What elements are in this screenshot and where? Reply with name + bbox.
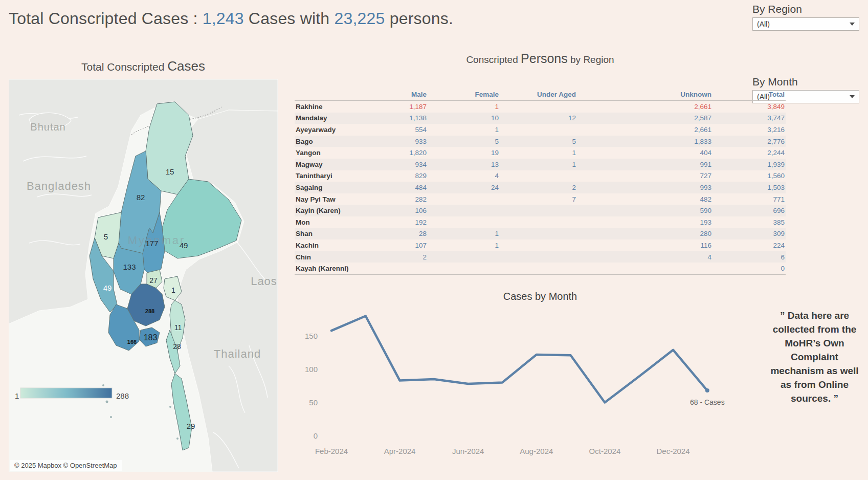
table-row[interactable]: Kayin (Karen)106590696: [295, 205, 786, 216]
row-region-label[interactable]: Ayeyarwady: [295, 126, 384, 134]
row-value-total: 385: [713, 219, 786, 226]
row-value-female: 1: [428, 126, 500, 134]
row-value-unknown: 482: [577, 195, 713, 203]
column-header-unknown[interactable]: Unknown: [577, 91, 713, 98]
row-region-label[interactable]: Shan: [295, 230, 384, 237]
column-header-male[interactable]: Male: [384, 91, 428, 98]
row-value-female: 10: [428, 114, 500, 122]
row-region-label[interactable]: Nay Pyi Taw: [295, 195, 384, 203]
row-value-unknown: 404: [577, 149, 713, 157]
table-row[interactable]: Kachin1071116224: [295, 239, 786, 251]
row-value-total: 3,747: [713, 114, 786, 122]
table-row[interactable]: Magway9341319911,939: [295, 159, 786, 170]
row-value-unknown: 991: [577, 161, 713, 168]
map-country-label: Bhutan: [30, 121, 65, 133]
row-region-label[interactable]: Bago: [295, 138, 384, 145]
table-row[interactable]: Rakhine1,18712,6613,849: [295, 101, 786, 113]
page-title: Total Conscripted Cases : 1,243 Cases wi…: [9, 9, 453, 28]
region-filter-dropdown[interactable]: (All): [752, 17, 859, 31]
row-value-female: 13: [428, 161, 500, 168]
row-value-female: 1: [428, 230, 500, 237]
row-region-label[interactable]: Tanintharyi: [295, 172, 384, 180]
filter-month-label: By Month: [752, 76, 798, 88]
row-region-label[interactable]: Mandalay: [295, 114, 384, 122]
map-region-value: 288: [145, 308, 154, 314]
legend-gradient-bar: [20, 388, 112, 398]
title-mid: Cases with: [244, 9, 335, 28]
title-prefix: Total Conscripted Cases :: [9, 9, 203, 28]
column-header-female[interactable]: Female: [428, 91, 500, 98]
map-country-label: Laos: [251, 275, 277, 288]
map-region-value: 5: [104, 232, 108, 241]
row-value-total: 1,560: [713, 172, 786, 180]
x-axis-tick-label: Apr-2024: [384, 447, 416, 455]
table-row[interactable]: Nay Pyi Taw2827482771: [295, 193, 786, 205]
column-header-under-aged[interactable]: Under Aged: [500, 91, 577, 98]
row-value-total: 771: [713, 195, 786, 203]
row-value-total: 6: [713, 253, 786, 261]
y-axis-tick-label: 0: [314, 431, 318, 440]
row-value-total: 309: [713, 230, 786, 237]
row-value-unknown: 2,661: [577, 103, 713, 111]
line-end-point[interactable]: [705, 388, 709, 392]
cases-by-month-chart[interactable]: 050100150Feb-2024Apr-2024Jun-2024Aug-202…: [295, 287, 786, 466]
table-row[interactable]: Tanintharyi82947271,560: [295, 170, 786, 182]
map-region-value: 133: [123, 263, 136, 271]
table-row[interactable]: Sagaing4842429931,503: [295, 182, 786, 193]
map-region-value: 28: [173, 342, 181, 351]
map-country-label: Thailand: [214, 347, 261, 360]
row-value-unknown: 1,833: [577, 138, 713, 145]
row-region-label[interactable]: Kayin (Karen): [295, 207, 384, 214]
chevron-down-icon: [850, 95, 855, 98]
row-region-label[interactable]: Kachin: [295, 242, 384, 249]
table-row[interactable]: Mandalay1,13810122,5873,747: [295, 113, 786, 124]
table-row[interactable]: Chin246: [295, 251, 786, 263]
y-axis-tick-label: 150: [305, 332, 318, 340]
row-value-female: 1: [428, 242, 500, 249]
row-value-unknown: 2,587: [577, 114, 713, 122]
map-canvas[interactable]: BhutanBangladeshThailandLaos Myanmar 158…: [9, 79, 278, 472]
table-row[interactable]: Bago933551,8332,776: [295, 136, 786, 147]
row-region-label[interactable]: Sagaing: [295, 184, 384, 191]
row-value-total: 1,939: [713, 161, 786, 168]
table-row[interactable]: Ayeyarwady55412,6613,216: [295, 124, 786, 136]
table-title: Conscripted Persons by Region: [295, 51, 786, 66]
row-value-total: 224: [713, 242, 786, 249]
row-region-label[interactable]: Rakhine: [295, 103, 384, 111]
row-region-label[interactable]: Mon: [295, 219, 384, 226]
row-value-total: 3,849: [713, 103, 786, 111]
row-region-label[interactable]: Magway: [295, 161, 384, 168]
table-row[interactable]: Mon192193385: [295, 216, 786, 228]
row-value-unknown: 193: [577, 219, 713, 226]
row-value-male: 554: [384, 126, 428, 134]
row-region-label[interactable]: Yangon: [295, 149, 384, 157]
row-value-under_aged: 1: [500, 149, 577, 157]
row-value-male: 829: [384, 172, 428, 180]
table-bottom-rule: [295, 274, 786, 275]
map-color-legend: 1 288: [15, 388, 129, 400]
row-value-under_aged: 5: [500, 138, 577, 145]
map-region-value: 82: [137, 193, 145, 202]
map-attribution: © 2025 Mapbox © OpenStreetMap: [10, 460, 122, 471]
choropleth-map[interactable]: BhutanBangladeshThailandLaos Myanmar 158…: [9, 79, 278, 472]
table-row[interactable]: Shan281280309: [295, 228, 786, 240]
cases-line[interactable]: [331, 316, 707, 403]
row-value-male: 1,820: [384, 149, 428, 157]
legend-max-label: 288: [116, 391, 129, 400]
table-row[interactable]: Kayah (Karenni)0: [295, 263, 786, 274]
region-filter-value: (All): [757, 20, 770, 28]
table-row[interactable]: Yangon1,8201914042,244: [295, 147, 786, 159]
map-region-value: 15: [166, 167, 174, 176]
row-value-total: 1,503: [713, 184, 786, 191]
row-value-male: 106: [384, 207, 428, 214]
map-region-value: 27: [149, 276, 158, 285]
row-value-female: 19: [428, 149, 500, 157]
row-value-unknown: 4: [577, 253, 713, 261]
row-region-label[interactable]: Kayah (Karenni): [295, 265, 384, 272]
row-value-total: 3,216: [713, 126, 786, 134]
row-value-male: 2: [384, 253, 428, 261]
column-header-total[interactable]: Total: [713, 91, 786, 98]
row-region-label[interactable]: Chin: [295, 253, 384, 261]
row-value-female: 1: [428, 103, 500, 111]
row-value-total: 2,244: [713, 149, 786, 157]
